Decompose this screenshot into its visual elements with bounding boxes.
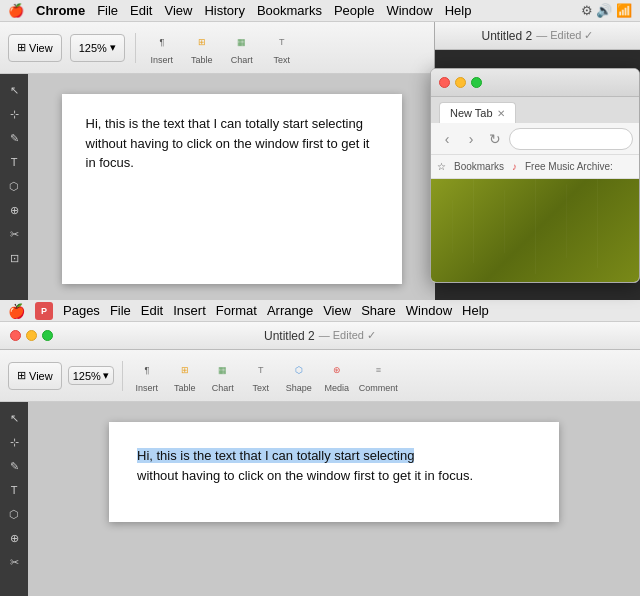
- table-button-lower[interactable]: ⊞ Table: [169, 359, 201, 393]
- comment-label-lower: Comment: [359, 383, 398, 393]
- menu-insert-lower[interactable]: Insert: [173, 303, 206, 318]
- chart-button-upper[interactable]: ▦ Chart: [226, 31, 258, 65]
- title-bar-lower: Untitled 2 — Edited ✓: [0, 322, 640, 350]
- minimize-button-chrome[interactable]: [455, 77, 466, 88]
- insert-button-upper[interactable]: ¶ Insert: [146, 31, 178, 65]
- toolbar-upper: ⊞ View 125% ▾ ¶ Insert ⊞ Table ▦ Chart T…: [0, 22, 434, 74]
- menu-view-lower[interactable]: View: [323, 303, 351, 318]
- view-icon-upper: ⊞: [17, 41, 26, 54]
- view-label-upper: View: [29, 42, 53, 54]
- title-bar-upper: Untitled 2 — Edited ✓: [435, 22, 640, 50]
- tool-pen-lower[interactable]: ✎: [4, 456, 24, 476]
- tool-text-lower[interactable]: T: [4, 480, 24, 500]
- menu-help[interactable]: Help: [445, 3, 472, 18]
- left-sidebar-upper: ↖ ⊹ ✎ T ⬡ ⊕ ✂ ⊡: [0, 74, 28, 300]
- bookmark-favicon: ♪: [512, 161, 517, 172]
- app-name-chrome[interactable]: Chrome: [36, 3, 85, 18]
- menu-bookmarks[interactable]: Bookmarks: [257, 3, 322, 18]
- close-button-lower[interactable]: [10, 330, 21, 341]
- view-button-lower[interactable]: ⊞ View: [8, 362, 62, 390]
- menu-window-lower[interactable]: Window: [406, 303, 452, 318]
- tool-zoom[interactable]: ⊕: [4, 200, 24, 220]
- shape-label-lower: Shape: [286, 383, 312, 393]
- title-lower: Untitled 2: [264, 329, 315, 343]
- zoom-chevron-upper: ▾: [110, 41, 116, 54]
- menu-edit-lower[interactable]: Edit: [141, 303, 163, 318]
- table-icon-lower: ⊞: [174, 359, 196, 381]
- forward-button[interactable]: ›: [461, 129, 481, 149]
- maximize-button-chrome[interactable]: [471, 77, 482, 88]
- shape-button-lower[interactable]: ⬡ Shape: [283, 359, 315, 393]
- tool-eyedropper[interactable]: ⊡: [4, 248, 24, 268]
- tool-shape-lower[interactable]: ⬡: [4, 504, 24, 524]
- menu-bar-right: ⚙ 🔊 📶: [581, 3, 632, 18]
- menu-file-lower[interactable]: File: [110, 303, 131, 318]
- table-icon-upper: ⊞: [191, 31, 213, 53]
- menu-history[interactable]: History: [204, 3, 244, 18]
- zoom-button-upper[interactable]: 125% ▾: [70, 34, 125, 62]
- table-label-upper: Table: [191, 55, 213, 65]
- text-button-upper[interactable]: T Text: [266, 31, 298, 65]
- tool-shape[interactable]: ⬡: [4, 176, 24, 196]
- chrome-tab-newtab[interactable]: New Tab ✕: [439, 102, 516, 123]
- menu-bar-top: 🍎 Chrome File Edit View History Bookmark…: [0, 0, 640, 22]
- address-bar[interactable]: [509, 128, 633, 150]
- maximize-button-lower[interactable]: [42, 330, 53, 341]
- comment-button-lower[interactable]: ≡ Comment: [359, 359, 398, 393]
- document-page-upper[interactable]: Hi, this is the text that I can totally …: [62, 94, 402, 284]
- chrome-tab-bar: New Tab ✕: [431, 97, 639, 123]
- refresh-button[interactable]: ↻: [485, 129, 505, 149]
- edited-upper: — Edited ✓: [536, 29, 593, 42]
- chrome-window: New Tab ✕ ‹ › ↻ ☆ Bookmarks ♪ Free Music…: [430, 68, 640, 283]
- chart-button-lower[interactable]: ▦ Chart: [207, 359, 239, 393]
- system-icons: ⚙ 🔊 📶: [581, 3, 632, 18]
- pages-lower-window: 🍎 P Pages File Edit Insert Format Arrang…: [0, 300, 640, 596]
- apple-icon-lower[interactable]: 🍎: [8, 303, 25, 319]
- text-button-lower[interactable]: T Text: [245, 359, 277, 393]
- zoom-button-lower[interactable]: 125% ▾: [68, 366, 114, 385]
- tab-close-icon[interactable]: ✕: [497, 108, 505, 119]
- insert-label-lower: Insert: [136, 383, 159, 393]
- menu-edit[interactable]: Edit: [130, 3, 152, 18]
- menu-arrange-lower[interactable]: Arrange: [267, 303, 313, 318]
- menu-help-lower[interactable]: Help: [462, 303, 489, 318]
- media-button-lower[interactable]: ⊛ Media: [321, 359, 353, 393]
- tool-slice-lower[interactable]: ✂: [4, 552, 24, 572]
- back-button[interactable]: ‹: [437, 129, 457, 149]
- chrome-content-area: [431, 179, 639, 283]
- tool-arrow-lower[interactable]: ↖: [4, 408, 24, 428]
- media-icon-lower: ⊛: [326, 359, 348, 381]
- menu-window[interactable]: Window: [386, 3, 432, 18]
- minimize-button-lower[interactable]: [26, 330, 37, 341]
- bookmarks-label[interactable]: Bookmarks: [454, 161, 504, 172]
- document-page-lower[interactable]: Hi, this is the text that I can totally …: [109, 422, 559, 522]
- table-button-upper[interactable]: ⊞ Table: [186, 31, 218, 65]
- tool-pen[interactable]: ✎: [4, 128, 24, 148]
- address-input[interactable]: [518, 133, 624, 145]
- zoom-value-lower: 125%: [73, 370, 101, 382]
- view-button-upper[interactable]: ⊞ View: [8, 34, 62, 62]
- tool-slice[interactable]: ✂: [4, 224, 24, 244]
- tool-select[interactable]: ⊹: [4, 104, 24, 124]
- bookmarks-star-icon: ☆: [437, 161, 446, 172]
- left-sidebar-lower: ↖ ⊹ ✎ T ⬡ ⊕ ✂: [0, 402, 28, 596]
- tool-zoom-lower[interactable]: ⊕: [4, 528, 24, 548]
- apple-icon[interactable]: 🍎: [8, 3, 24, 18]
- menu-view[interactable]: View: [164, 3, 192, 18]
- menu-file[interactable]: File: [97, 3, 118, 18]
- insert-label-upper: Insert: [151, 55, 174, 65]
- free-music-label[interactable]: Free Music Archive:: [525, 161, 613, 172]
- tool-arrow[interactable]: ↖: [4, 80, 24, 100]
- tool-text[interactable]: T: [4, 152, 24, 172]
- tab-label: New Tab: [450, 107, 493, 119]
- menu-share-lower[interactable]: Share: [361, 303, 396, 318]
- insert-icon-lower: ¶: [136, 359, 158, 381]
- insert-button-lower[interactable]: ¶ Insert: [131, 359, 163, 393]
- close-button-chrome[interactable]: [439, 77, 450, 88]
- tool-select-lower[interactable]: ⊹: [4, 432, 24, 452]
- menu-people[interactable]: People: [334, 3, 374, 18]
- menu-format-lower[interactable]: Format: [216, 303, 257, 318]
- menu-bar-lower: 🍎 P Pages File Edit Insert Format Arrang…: [0, 300, 640, 322]
- app-name-pages[interactable]: Pages: [63, 303, 100, 318]
- shape-icon-lower: ⬡: [288, 359, 310, 381]
